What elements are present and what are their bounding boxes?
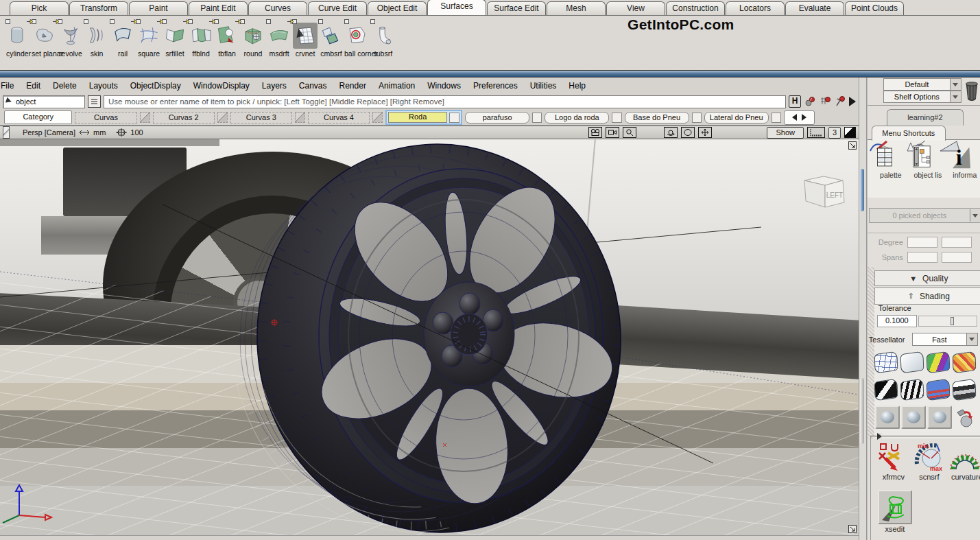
shelf-tab-curves[interactable]: Curves bbox=[248, 1, 307, 15]
shelf-tab-view[interactable]: View bbox=[606, 1, 665, 15]
layer-toggle-box[interactable] bbox=[532, 113, 542, 123]
shelf-tab-curve-edit[interactable]: Curve Edit bbox=[308, 1, 367, 15]
spans-field-v[interactable] bbox=[942, 252, 972, 263]
panel-scrollbar[interactable] bbox=[859, 78, 867, 540]
env-sphere-1-button[interactable] bbox=[875, 406, 900, 429]
layer-lateral-do-pneu[interactable]: Lateral do Pneu bbox=[704, 112, 769, 124]
menu-delete[interactable]: Delete bbox=[47, 81, 83, 91]
layer-toggle-box[interactable] bbox=[612, 113, 621, 123]
shade-mode-patch-button[interactable] bbox=[953, 351, 976, 374]
tool-round[interactable]: round bbox=[240, 19, 266, 67]
scrollbar-handle[interactable] bbox=[860, 378, 864, 444]
shade-toggle-icon[interactable] bbox=[844, 127, 856, 138]
tool-tubsrf[interactable]: tubsrf bbox=[370, 19, 396, 67]
viewport-resize-icon[interactable] bbox=[848, 141, 857, 150]
layer-symmetry-icon[interactable] bbox=[372, 112, 383, 123]
option-box[interactable] bbox=[110, 19, 115, 24]
category-button[interactable]: Category bbox=[4, 110, 72, 124]
layer-scroll-right-icon[interactable] bbox=[802, 114, 806, 121]
tolerance-slider[interactable] bbox=[918, 316, 977, 327]
tool-set-planar[interactable]: set planar bbox=[32, 19, 58, 67]
grid-snap-icon[interactable] bbox=[804, 95, 816, 108]
option-box[interactable] bbox=[344, 19, 349, 24]
option-box[interactable] bbox=[5, 19, 10, 24]
degree-field-v[interactable] bbox=[942, 237, 972, 248]
layer-roda[interactable]: Roda bbox=[388, 112, 447, 123]
viewport-canvas[interactable]: LEFT bbox=[0, 139, 859, 535]
tool-cmbsrf[interactable]: cmbsrf bbox=[318, 19, 344, 67]
layer-toggle-box[interactable] bbox=[772, 113, 781, 123]
menu-edit[interactable]: Edit bbox=[20, 81, 47, 91]
degree-field-u[interactable] bbox=[907, 237, 937, 248]
shelf-tab-evaluate[interactable]: Evaluate bbox=[785, 1, 844, 15]
quality-section-header[interactable]: ▼ Quality bbox=[874, 270, 980, 286]
slider-handle[interactable] bbox=[951, 317, 954, 325]
dropdown-arrow-icon[interactable] bbox=[966, 333, 977, 345]
promptline-history-icon[interactable] bbox=[88, 95, 101, 108]
layer-symmetry-icon[interactable] bbox=[140, 112, 150, 123]
layer-count-button[interactable]: 3 bbox=[828, 127, 841, 139]
tool-scnsrf[interactable]: minmax scnsrf bbox=[912, 442, 946, 481]
layer-curvas-4[interactable]: Curvas 4 bbox=[308, 112, 370, 124]
wheel-model[interactable] bbox=[219, 139, 634, 535]
shelf-preset-dropdown[interactable]: Default bbox=[883, 78, 961, 91]
scrollbar-handle[interactable] bbox=[860, 169, 864, 211]
tool-srfillet[interactable]: srfillet bbox=[162, 19, 188, 67]
tessellator-dropdown[interactable]: Fast bbox=[912, 333, 978, 346]
movie-camera-icon[interactable] bbox=[588, 127, 602, 138]
layer-curvas[interactable]: Curvas bbox=[75, 112, 136, 124]
dropdown-arrow-icon[interactable] bbox=[950, 91, 961, 102]
menu-canvas[interactable]: Canvas bbox=[293, 81, 333, 91]
camera-view-icon[interactable] bbox=[606, 127, 619, 138]
tool-crvnet[interactable]: crvnet bbox=[292, 19, 318, 67]
layer-logo-da-roda[interactable]: Logo da roda bbox=[545, 112, 609, 124]
shade-mode-curvature-button[interactable] bbox=[874, 378, 898, 401]
menu-utilities[interactable]: Utilities bbox=[524, 81, 563, 91]
promptline-expand-icon[interactable] bbox=[849, 97, 856, 106]
layer-symmetry-icon[interactable] bbox=[217, 112, 228, 123]
palette-shortcut[interactable]: palette bbox=[873, 144, 909, 179]
layer-toggle-box[interactable] bbox=[692, 113, 702, 123]
show-button[interactable]: Show bbox=[767, 127, 804, 139]
point-snap-icon[interactable] bbox=[834, 95, 846, 108]
dropdown-arrow-icon[interactable] bbox=[950, 79, 961, 90]
viewport-resize-icon[interactable] bbox=[848, 525, 857, 533]
tool-rail[interactable]: rail bbox=[110, 19, 136, 67]
shelf-tab-mesh[interactable]: Mesh bbox=[547, 1, 606, 15]
spans-field-u[interactable] bbox=[907, 252, 937, 263]
ruler-icon[interactable] bbox=[807, 127, 825, 138]
tool-ball-corner[interactable]: ball corner bbox=[344, 19, 370, 67]
layer-base-do-pneu[interactable]: Base do Pneu bbox=[625, 112, 689, 124]
menu-layers[interactable]: Layers bbox=[256, 81, 293, 91]
dropdown-arrow-icon[interactable] bbox=[970, 209, 980, 222]
shelf-tab-surfaces[interactable]: Surfaces bbox=[427, 0, 486, 15]
shade-mode-wireframe-button[interactable] bbox=[874, 351, 898, 374]
option-box[interactable] bbox=[266, 19, 271, 24]
env-sphere-3-button[interactable] bbox=[927, 406, 952, 429]
menu-animation[interactable]: Animation bbox=[372, 81, 421, 91]
shelf-tab-construction[interactable]: Construction bbox=[666, 1, 725, 15]
tumble-icon[interactable] bbox=[664, 127, 678, 138]
shade-mode-highlight-button[interactable] bbox=[927, 378, 950, 401]
layer-curvas-3[interactable]: Curvas 3 bbox=[230, 112, 292, 124]
shelf-tab-paint-edit[interactable]: Paint Edit bbox=[189, 1, 248, 15]
curve-snap-icon[interactable] bbox=[819, 95, 831, 108]
tool-cylinder[interactable]: cylinder bbox=[5, 19, 32, 67]
pick-filter-dropdown[interactable]: object bbox=[3, 95, 85, 108]
env-sphere-2-button[interactable] bbox=[901, 406, 926, 429]
tolerance-value-field[interactable]: 0.1000 bbox=[877, 315, 917, 327]
tool-curvature[interactable]: curvature bbox=[949, 442, 980, 481]
lens-icon[interactable] bbox=[681, 127, 695, 138]
shelf-tab-locators[interactable]: Locators bbox=[726, 1, 785, 15]
shade-mode-chrome-button[interactable] bbox=[953, 378, 976, 401]
tool-xfrmcv[interactable]: xfrmcv bbox=[876, 442, 911, 481]
menu-render[interactable]: Render bbox=[333, 81, 372, 91]
shelf-tab-transform[interactable]: Transform bbox=[69, 1, 128, 15]
menu-layouts[interactable]: Layouts bbox=[83, 81, 124, 91]
tool-xsedit[interactable]: xsedit bbox=[878, 490, 912, 533]
shelf-tab-object-edit[interactable]: Object Edit bbox=[368, 1, 427, 15]
tool-skin[interactable]: skin bbox=[84, 19, 110, 67]
shelf-tab-paint[interactable]: Paint bbox=[129, 1, 188, 15]
option-box[interactable] bbox=[318, 19, 323, 24]
tool-ffblnd[interactable]: ffblnd bbox=[188, 19, 214, 67]
